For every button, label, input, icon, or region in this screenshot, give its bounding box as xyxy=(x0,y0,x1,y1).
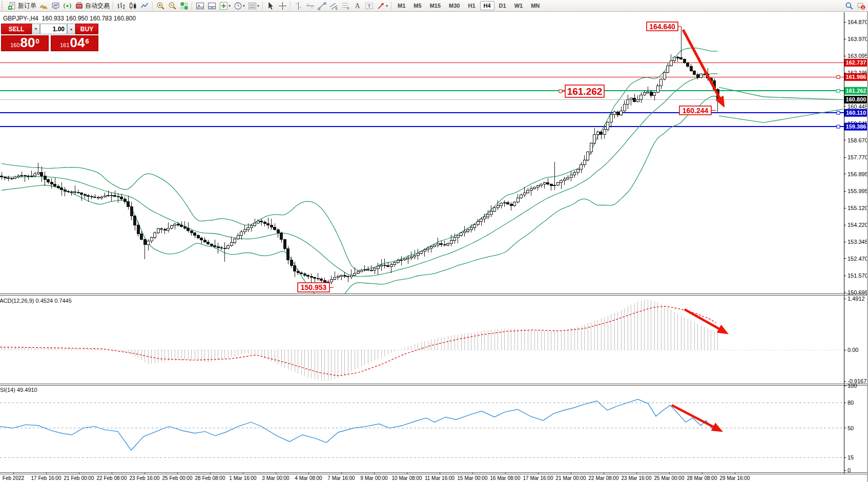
timeframe-d1[interactable]: D1 xyxy=(495,1,510,10)
timeframe-h1[interactable]: H1 xyxy=(464,1,479,10)
svg-text:151.570: 151.570 xyxy=(848,273,868,279)
new-order-button[interactable]: 新订单 xyxy=(6,1,38,11)
crosshair-icon[interactable] xyxy=(277,1,288,11)
search-icon[interactable] xyxy=(843,1,855,11)
chevron-down-icon[interactable]: ▾ xyxy=(257,4,259,8)
autotrade-label: 自动交易 xyxy=(85,2,110,10)
add-indicator-icon[interactable]: ▾ xyxy=(218,1,232,11)
periods-icon[interactable]: ▾ xyxy=(232,1,246,11)
svg-text:158.670: 158.670 xyxy=(848,137,868,143)
arrows-icon[interactable]: ▾ xyxy=(375,1,389,11)
signals-icon[interactable] xyxy=(61,1,73,11)
time-label: 10 Mar 08:00 xyxy=(392,475,422,481)
svg-text:152.470: 152.470 xyxy=(848,256,868,262)
alerts-icon[interactable]: 1 xyxy=(855,1,867,11)
sell-price-big: 80 xyxy=(20,36,35,49)
timeframe-m30[interactable]: M30 xyxy=(445,1,463,10)
svg-text:160.110: 160.110 xyxy=(846,110,866,116)
zoom-out-icon[interactable] xyxy=(167,1,178,11)
profiles-icon[interactable] xyxy=(38,1,50,11)
svg-text:161.262: 161.262 xyxy=(846,88,866,94)
time-label: Feb 2022 xyxy=(3,475,25,481)
bar-chart-icon[interactable] xyxy=(115,1,127,11)
volume-increase-button[interactable]: ▲ xyxy=(67,24,75,34)
sell-button[interactable]: SELL xyxy=(1,24,32,34)
line-handle[interactable] xyxy=(837,111,840,114)
svg-text:159.386: 159.386 xyxy=(846,123,866,130)
chevron-down-icon[interactable]: ▾ xyxy=(229,4,231,8)
macd-signal-value: 0.7445 xyxy=(54,298,72,304)
annotation-text: 164.640 xyxy=(649,23,675,31)
zoom-in-icon[interactable] xyxy=(155,1,167,11)
macd-label: MACD(12,26,9) 0.4524 0.7445 xyxy=(0,298,72,304)
buy-price-display[interactable]: 161046 xyxy=(51,35,98,51)
chart-ohlc-header: GBPJPY-,H4 160.933 160.950 160.783 160.8… xyxy=(3,15,136,22)
timeframe-mn[interactable]: MN xyxy=(527,1,543,10)
line-handle[interactable] xyxy=(837,75,840,78)
indicator-window-icon[interactable] xyxy=(206,1,218,11)
charts-icon[interactable] xyxy=(50,1,61,11)
timeframe-m5[interactable]: M5 xyxy=(410,1,425,10)
svg-text:A: A xyxy=(355,2,360,10)
time-label: 21 Mar 00:00 xyxy=(556,475,586,481)
vertical-line-icon[interactable] xyxy=(293,1,304,11)
text-label-icon[interactable]: T xyxy=(363,1,375,11)
cursor-icon[interactable] xyxy=(265,1,277,11)
text-icon[interactable]: A xyxy=(352,1,363,11)
toolbar: 新订单自动交易▾▾▾EFAT▾M1M5M15M30H1H4D1W1MN1 xyxy=(0,0,868,12)
svg-text:161.986: 161.986 xyxy=(846,74,866,80)
line-handle[interactable] xyxy=(837,89,840,92)
fibonacci-icon[interactable]: F xyxy=(340,1,352,11)
horizontal-line-icon[interactable] xyxy=(304,1,316,11)
macd-main-value: 0.4524 xyxy=(35,298,53,304)
timeframe-m1[interactable]: M1 xyxy=(394,1,409,10)
annotation-text: 161.262 xyxy=(567,86,603,97)
candle-chart-icon[interactable] xyxy=(127,1,139,11)
chart-area[interactable]: 164.640161.262160.244150.953164.870163.9… xyxy=(0,0,868,482)
trendline-icon[interactable] xyxy=(316,1,328,11)
buy-button[interactable]: BUY xyxy=(75,24,98,34)
equidistant-channel-icon[interactable]: E xyxy=(328,1,340,11)
timeframe-w1[interactable]: W1 xyxy=(511,1,527,10)
autotrade-button[interactable]: 自动交易 xyxy=(73,1,111,11)
svg-text:E: E xyxy=(336,6,338,10)
volume-decrease-button[interactable]: ▼ xyxy=(32,24,40,34)
chevron-down-icon[interactable]: ▾ xyxy=(386,4,388,8)
one-click-trading-panel: SELL ▼ 1.00 ▲ BUY 160800 161046 xyxy=(1,24,98,51)
time-label: 1 Mar 16:00 xyxy=(229,475,257,481)
rsi-value: 49.4910 xyxy=(17,387,37,393)
buy-price-sup: 6 xyxy=(86,37,89,45)
time-label: 28 Mar 08:00 xyxy=(687,475,717,481)
ohlc-high: 160.950 xyxy=(66,15,88,22)
ohlc-close: 160.800 xyxy=(114,15,136,22)
time-label: 15 Mar 00:00 xyxy=(458,475,488,481)
svg-text:163.970: 163.970 xyxy=(848,36,868,42)
templates-icon[interactable]: ▾ xyxy=(246,1,261,11)
time-label: 17 Feb 16:00 xyxy=(31,475,61,481)
volume-input[interactable]: 1.00 xyxy=(40,24,67,34)
time-label: 23 Feb 16:00 xyxy=(130,475,160,481)
svg-text:155.120: 155.120 xyxy=(848,205,868,211)
svg-text:80: 80 xyxy=(848,400,854,406)
timeframe-h4[interactable]: H4 xyxy=(480,1,494,10)
tile-windows-icon[interactable] xyxy=(178,1,190,11)
svg-text:160.445: 160.445 xyxy=(848,103,868,110)
annotation-text: 160.244 xyxy=(683,107,709,115)
data-window-icon[interactable] xyxy=(194,1,206,11)
time-label: 22 Feb 08:00 xyxy=(97,475,127,481)
line-chart-icon[interactable] xyxy=(139,1,151,11)
time-label: 22 Mar 08:00 xyxy=(589,475,619,481)
svg-text:1.4912: 1.4912 xyxy=(848,296,865,302)
svg-text:0: 0 xyxy=(848,467,851,473)
toolbar-separator xyxy=(391,2,392,10)
svg-text:50: 50 xyxy=(848,425,854,431)
time-label: 3 Mar 00:00 xyxy=(262,475,290,481)
sell-price-display[interactable]: 160800 xyxy=(1,35,49,51)
toolbar-separator xyxy=(192,2,193,10)
line-handle[interactable] xyxy=(837,125,840,128)
toolbar-separator xyxy=(152,2,153,10)
timeframe-m15[interactable]: M15 xyxy=(426,1,444,10)
chevron-down-icon[interactable]: ▾ xyxy=(243,4,245,8)
new-order-label: 新订单 xyxy=(18,2,36,10)
time-label: 9 Mar 00:00 xyxy=(360,475,388,481)
